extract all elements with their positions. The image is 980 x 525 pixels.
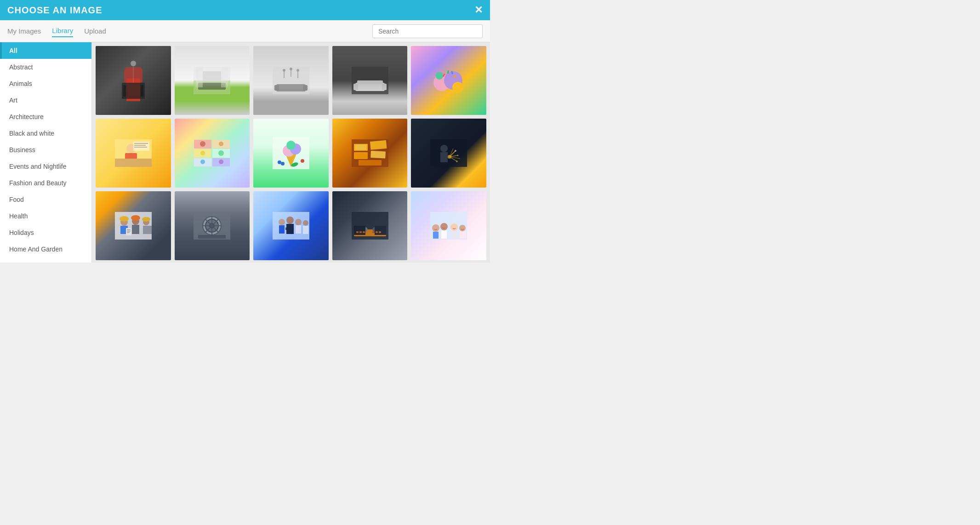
svg-rect-68: [354, 152, 368, 159]
sidebar-item-business[interactable]: Business: [0, 142, 91, 158]
sidebar-item-events[interactable]: Events and Nightlife: [0, 158, 91, 175]
image-card[interactable]: [332, 46, 408, 115]
svg-point-16: [296, 69, 299, 72]
svg-rect-71: [359, 160, 382, 165]
svg-point-14: [283, 69, 285, 72]
svg-point-133: [440, 223, 448, 230]
sidebar-item-fashion[interactable]: Fashion and Beauty: [0, 175, 91, 191]
svg-point-82: [457, 155, 459, 156]
svg-rect-94: [126, 228, 131, 235]
svg-rect-26: [382, 84, 387, 90]
svg-rect-39: [115, 159, 152, 167]
svg-point-114: [303, 220, 308, 226]
image-card[interactable]: [411, 191, 486, 260]
svg-rect-41: [134, 143, 148, 144]
svg-point-31: [436, 72, 443, 80]
svg-point-80: [448, 155, 451, 159]
image-card[interactable]: [411, 119, 486, 188]
dialog-header: CHOOSE AN IMAGE ✕: [0, 0, 490, 20]
svg-point-50: [200, 141, 205, 147]
svg-point-112: [295, 219, 302, 225]
dialog-title: CHOOSE AN IMAGE: [7, 5, 103, 16]
svg-rect-136: [451, 231, 457, 239]
svg-rect-127: [372, 231, 375, 233]
svg-rect-113: [296, 225, 301, 234]
image-card[interactable]: [332, 191, 408, 260]
search-input[interactable]: [372, 24, 483, 38]
sidebar-item-animals[interactable]: Animals: [0, 75, 91, 92]
svg-point-15: [290, 68, 292, 70]
tabs-container: My Images Library Upload: [7, 25, 106, 37]
image-card[interactable]: [253, 191, 329, 260]
svg-point-62: [281, 162, 285, 165]
svg-rect-95: [127, 229, 131, 230]
svg-rect-21: [274, 85, 279, 91]
svg-rect-10: [203, 71, 221, 81]
svg-rect-97: [127, 232, 130, 233]
sidebar-item-abstract[interactable]: Abstract: [0, 59, 91, 75]
svg-rect-4: [141, 85, 143, 97]
svg-point-63: [301, 159, 304, 163]
image-card[interactable]: [175, 119, 250, 188]
image-card[interactable]: [96, 46, 171, 115]
sidebar: All Abstract Animals Art Architecture Bl…: [0, 42, 92, 262]
svg-rect-115: [303, 226, 308, 234]
svg-rect-89: [132, 225, 139, 234]
svg-rect-20: [276, 84, 306, 91]
sidebar-item-all[interactable]: All: [0, 42, 91, 59]
tab-upload[interactable]: Upload: [84, 25, 106, 37]
svg-rect-129: [379, 231, 381, 233]
svg-rect-138: [460, 231, 466, 239]
svg-point-53: [218, 150, 224, 156]
svg-point-55: [219, 160, 223, 164]
svg-point-137: [459, 225, 466, 231]
sidebar-item-art[interactable]: Art: [0, 92, 91, 108]
svg-rect-134: [441, 230, 447, 239]
image-card[interactable]: [253, 119, 329, 188]
svg-rect-27: [357, 80, 383, 84]
svg-point-131: [432, 224, 439, 232]
svg-point-110: [286, 217, 294, 224]
svg-rect-96: [127, 231, 131, 232]
tab-my-images[interactable]: My Images: [7, 25, 41, 37]
svg-rect-69: [370, 140, 387, 150]
svg-point-73: [440, 145, 448, 152]
svg-rect-67: [355, 145, 366, 150]
image-card[interactable]: [411, 46, 486, 115]
svg-rect-25: [353, 84, 358, 90]
svg-point-5: [131, 61, 136, 66]
svg-point-108: [279, 219, 285, 225]
close-button[interactable]: ✕: [474, 4, 483, 16]
svg-point-54: [200, 160, 205, 164]
image-card[interactable]: [96, 119, 171, 188]
svg-point-90: [131, 215, 140, 221]
svg-rect-72: [430, 139, 467, 167]
svg-rect-70: [370, 151, 386, 159]
image-card[interactable]: [96, 191, 171, 260]
svg-rect-123: [375, 226, 386, 235]
image-card[interactable]: [332, 119, 408, 188]
sidebar-item-objects[interactable]: Objects: [0, 257, 91, 262]
svg-rect-3: [123, 85, 126, 97]
sidebar-item-black-white[interactable]: Black and white: [0, 125, 91, 142]
svg-rect-92: [143, 226, 152, 234]
svg-rect-124: [356, 231, 359, 233]
svg-point-52: [200, 151, 205, 155]
svg-rect-109: [279, 225, 285, 234]
svg-point-93: [142, 217, 150, 222]
sidebar-item-food[interactable]: Food: [0, 191, 91, 208]
image-card[interactable]: [175, 46, 250, 115]
svg-rect-106: [198, 235, 226, 239]
sidebar-item-holidays[interactable]: Holidays: [0, 224, 91, 241]
svg-rect-11: [196, 67, 203, 87]
svg-rect-43: [134, 147, 147, 148]
svg-point-30: [452, 82, 463, 93]
image-card[interactable]: [253, 46, 329, 115]
tab-library[interactable]: Library: [52, 25, 73, 37]
svg-rect-12: [221, 67, 228, 87]
svg-rect-132: [433, 232, 439, 239]
sidebar-item-home-garden[interactable]: Home And Garden: [0, 241, 91, 257]
sidebar-item-architecture[interactable]: Architecture: [0, 108, 91, 125]
image-card[interactable]: [175, 191, 250, 260]
sidebar-item-health[interactable]: Health: [0, 208, 91, 224]
